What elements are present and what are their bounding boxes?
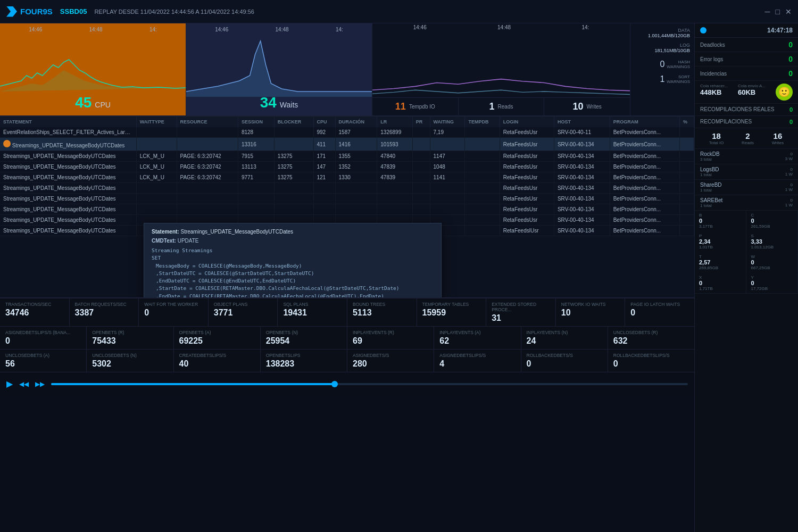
waits-unit: Waits (280, 101, 298, 109)
table-row[interactable]: Streamings_UPDATE_MessageBodyUTCDates Re… (0, 183, 694, 194)
hash-warnings: 0 HASHWARNINGS (660, 60, 690, 69)
storage-cell: X 0 1,71TB (695, 273, 746, 293)
cell-blocker: 13275 (274, 151, 313, 162)
th-pct: % (679, 117, 694, 127)
metric-asigned-s: ASIGNEDBETS/S 280 (347, 350, 434, 372)
cell-lr: 1326899 (377, 127, 413, 138)
maximize-button[interactable]: □ (776, 7, 780, 16)
cell-cpu (313, 204, 335, 215)
queue-envio-label: Cola envío A... (738, 84, 774, 88)
cell-login: RetaFeedsUsr (500, 204, 554, 215)
cell-waittype: LCK_M_U (136, 162, 177, 172)
storage-sub: 3,17TB (699, 224, 742, 229)
page-io-label: PAGE IO LATCH WAITS (630, 302, 689, 307)
th-program: PROGRAM (610, 117, 679, 127)
cell-program: BetProvidersConn... (610, 204, 679, 215)
waits-time-3: 14: (336, 27, 343, 32)
cell-tempdb (465, 172, 500, 183)
storage-val: 0 (751, 280, 794, 286)
reads-io-item: 2 Reads (742, 131, 754, 145)
small-charts-panel: 14:46 14:48 14: 11 Tempdb IO 1 Reads (372, 23, 630, 115)
cpu-time-2: 14:48 (89, 27, 103, 32)
asigned-bs-val: 4 (439, 359, 515, 369)
metric-unclosed-n: UNCLOSEDBETS (N) 5302 (87, 350, 173, 372)
titlebar: FOUR9S SSBD05 REPLAY DESDE 11/04/2022 14… (0, 0, 798, 23)
db-w: 1 W (785, 172, 793, 177)
cell-resource: PAGE: 6:3:20742 (177, 162, 238, 172)
minimize-button[interactable]: ─ (765, 7, 770, 16)
total-io-label: Total IO (709, 140, 724, 145)
sort-val: 1 (660, 74, 664, 84)
data-val: 1.001,44MB/120GB (648, 33, 690, 38)
db-row: RockDB 3 total 0 3 W (695, 149, 798, 164)
progress-track[interactable] (51, 383, 688, 385)
table-row[interactable]: Streamings_UPDATE_MessageBodyUTCDates 13… (0, 138, 694, 151)
close-button[interactable]: ✕ (785, 7, 792, 16)
logo-text: FOUR9S (20, 7, 53, 16)
rewind-button[interactable]: ◀◀ (19, 380, 29, 388)
cell-cpu: 121 (313, 172, 335, 183)
asigned-bana-label: ASIGNEDBETSLIPS/S (BANA... (5, 330, 81, 335)
cell-pct (679, 151, 694, 162)
th-lr: LR (377, 117, 413, 127)
cell-tempdb (465, 226, 500, 236)
stat-writes: 10 Writes (544, 97, 630, 115)
right-sidebar: 14:47:18 Deadlocks 0 Error logs 0 Incide… (694, 23, 798, 532)
unclosed-r-label: UNCLOSEDBETS (R) (613, 330, 689, 335)
th-statement: STATEMENT (0, 117, 136, 127)
cell-session (238, 183, 274, 194)
cell-login: RetaFeedsUsr (500, 172, 554, 183)
tooltip-title: Statement: Streamings_UPDATE_MessageBody… (152, 229, 434, 235)
asigned-s-label: ASIGNEDBETS/S (353, 353, 428, 358)
table-row[interactable]: Streamings_UPDATE_MessageBodyUTCDates LC… (0, 172, 694, 183)
cell-login: RetaFeedslUsr (500, 226, 554, 236)
temp-tables-val: 15959 (422, 308, 481, 318)
deadlocks-row: Deadlocks 0 (695, 38, 798, 52)
cell-cpu: 147 (313, 162, 335, 172)
cell-login: RetaFeedsUsr (500, 162, 554, 172)
play-button[interactable]: ▶ (6, 379, 13, 389)
storage-cell: W 0 667,25GB (747, 252, 799, 272)
db-name: LogsBD 1 total (700, 167, 719, 177)
db-w: 1 W (785, 203, 793, 207)
storage-label: X (699, 275, 742, 280)
table-row[interactable]: Streamings_UPDATE_MessageBodyUTCDates Re… (0, 194, 694, 204)
reads-io-val: 2 (742, 131, 754, 140)
storage-sub: 1,01TB (699, 245, 742, 250)
cell-tempdb (465, 215, 500, 226)
waits-chart-label: 34 Waits (260, 94, 298, 111)
table-header-row: STATEMENT WAITTYPE RESOURCE SESSION BLOC… (0, 117, 694, 127)
table-row[interactable]: EventRelationShips_SELECT_FILTER_Actives… (0, 127, 694, 138)
table-container[interactable]: STATEMENT WAITTYPE RESOURCE SESSION BLOC… (0, 117, 694, 297)
cell-blocker (274, 127, 313, 138)
progress-thumb[interactable] (331, 381, 338, 387)
rollback-b-val: 0 (527, 359, 602, 369)
db-w: 1 W (785, 187, 793, 192)
tempdb-io-value: 11 (395, 101, 406, 112)
sort-label: SORTWARNINGS (667, 74, 690, 84)
rollback-b-label: ROLLBACKEDBETS/S (527, 353, 602, 358)
storage-val: 3,33 (751, 238, 794, 245)
cell-pct (679, 127, 694, 138)
metric-openbets-n: OPENBETS (N) 25954 (261, 327, 347, 349)
cell-waiting (430, 204, 465, 215)
tooltip-popup: Statement: Streamings_UPDATE_MessageBody… (144, 223, 442, 297)
object-plans-label: OBJECT PLANS (214, 302, 272, 307)
cell-waittype: LCK_M_U (136, 172, 177, 183)
table-row[interactable]: Streamings_UPDATE_MessageBodyUTCDates Re… (0, 204, 694, 215)
table-row[interactable]: Streamings_UPDATE_MessageBodyUTCDates LC… (0, 162, 694, 172)
metric-transactions: TRANSACTIONS/SEC 34746 (0, 298, 70, 326)
cell-tempdb (465, 138, 500, 151)
cell-host: SRV-00-40-134 (554, 215, 610, 226)
metric-bound-trees: BOUND TREES 5113 (347, 298, 417, 326)
tempdb-io-label: Tempdb IO (409, 104, 435, 110)
cell-host: SRV-00-40-134 (554, 138, 610, 151)
db-rw: 0 1 W (785, 167, 793, 177)
metric-unclosed-a: UNCLOSEDBETS (A) 56 (0, 350, 87, 372)
table-row[interactable]: Streamings_UPDATE_MessageBodyUTCDates LC… (0, 151, 694, 162)
writes-io-item: 16 Writes (772, 131, 784, 145)
forward-button[interactable]: ▶▶ (35, 380, 45, 388)
cell-waittype (136, 127, 177, 138)
cell-waittype: LCK_M_U (136, 151, 177, 162)
cell-waiting: 7,19 (430, 127, 465, 138)
